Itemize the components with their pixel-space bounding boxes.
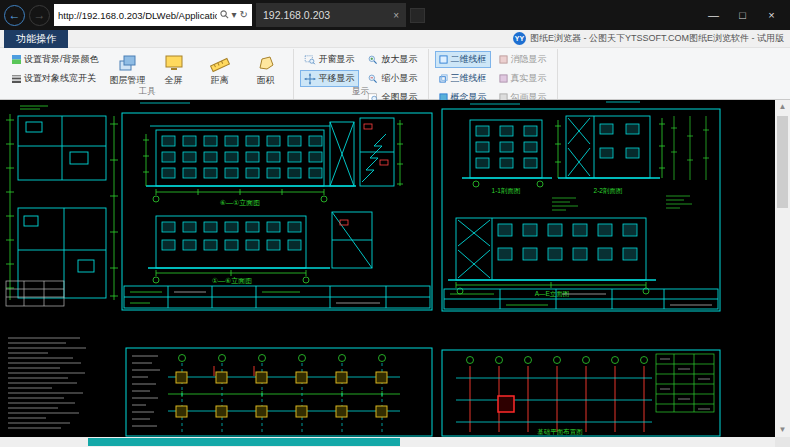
window-controls: — □ × (699, 4, 786, 26)
zoom-window-icon (304, 54, 316, 66)
tools-group-label: 工具 (2, 86, 293, 98)
sheet-elevations-2: 1-1剖面图 2-2剖面图 (442, 109, 720, 311)
app-brand: YY 图纸E浏览器 - 公图天下YTSSOFT.COM图纸E浏览软件 - 试用版 (513, 32, 784, 45)
ribbon: 设置背景/背景颜色 设置对象线宽开关 图层管理 全屏 (0, 48, 790, 100)
green-notes-mid (552, 198, 578, 210)
title-block-1 (124, 286, 430, 308)
cad-canvas[interactable]: ⑥—①立面图 (0, 100, 775, 437)
tab-title: 192.168.0.203 (263, 9, 330, 21)
address-bar[interactable]: http://192.168.0.203/DLWeb/Application/Y… (54, 4, 252, 26)
ribbon-group-render-modes: 二维线框 三维线框 概念显示 (429, 49, 558, 99)
tab-close-icon[interactable]: × (393, 10, 399, 21)
section-b-label: 2-2剖面图 (594, 187, 623, 195)
top-left-green-notes (20, 106, 48, 109)
ribbon-tab-function[interactable]: 功能操作 (4, 30, 68, 48)
realistic-icon (499, 74, 508, 83)
close-button[interactable]: × (757, 4, 786, 26)
display-group-label: 显示 (294, 86, 428, 98)
horizontal-scrollbar[interactable] (0, 437, 775, 447)
highlighted-column (498, 396, 514, 412)
scroll-up-arrow[interactable]: ▲ (775, 100, 790, 114)
elevation-1-label: ⑥—①立面图 (220, 199, 261, 207)
notes-text-block (8, 338, 86, 428)
foundation-plan-label: 基础平面布置图 (537, 428, 583, 435)
wireframe-3d-toggle[interactable]: 三维线框 (435, 70, 491, 87)
zoom-out-button[interactable]: 缩小显示 (363, 70, 422, 87)
realistic-toggle[interactable]: 真实显示 (495, 70, 551, 87)
vertical-scrollbar[interactable]: ▲ ▼ (775, 100, 790, 437)
area-icon (256, 53, 276, 73)
sheet-foundation-plan: 基础平面布置图 (442, 350, 720, 436)
pan-label: 平移显示 (319, 72, 355, 85)
zoom-window-label: 开窗显示 (319, 53, 355, 66)
search-icon[interactable] (220, 10, 229, 21)
left-small-table (6, 281, 64, 306)
realistic-label: 真实显示 (511, 72, 547, 85)
wireframe-2d-label: 二维线框 (451, 53, 487, 66)
stair-section-1 (360, 118, 403, 186)
wireframe-2d-icon (439, 55, 448, 64)
hidden-mode-icon (499, 55, 508, 64)
wireframe-2d-toggle[interactable]: 二维线框 (435, 51, 491, 68)
scrollbar-corner (775, 437, 790, 447)
scroll-down-arrow[interactable]: ▼ (775, 423, 790, 437)
section-a-label: 1-1剖面图 (492, 187, 521, 195)
horizontal-scrollbar-thumb[interactable] (88, 438, 400, 446)
fullscreen-icon (164, 53, 184, 73)
ruler-icon (210, 53, 230, 73)
sheet-elevations-1: ⑥—①立面图 (122, 113, 432, 310)
zoom-in-icon (367, 54, 379, 66)
top-edge-fragments (140, 102, 640, 104)
app-logo-icon: YY (513, 32, 526, 45)
command-bar: 功能操作 YY 图纸E浏览器 - 公图天下YTSSOFT.COM图纸E浏览软件 … (0, 30, 790, 48)
schedule-table (656, 354, 714, 412)
linewidth-icon (12, 74, 21, 83)
forward-button[interactable]: → (29, 5, 50, 26)
left-plan-fragment (18, 116, 106, 298)
set-linewidth-label: 设置对象线宽开关 (24, 72, 96, 85)
area-button[interactable]: 面积 (245, 51, 287, 89)
pan-icon (304, 73, 316, 85)
main-elevation-label: A—E立面图 (535, 290, 570, 297)
title-block-2 (444, 289, 718, 309)
set-linewidth-button[interactable]: 设置对象线宽开关 (8, 70, 103, 87)
set-background-label: 设置背景/背景颜色 (24, 53, 99, 66)
wireframe-3d-label: 三维线框 (451, 72, 487, 85)
fullscreen-button[interactable]: 全屏 (153, 51, 195, 89)
back-button[interactable]: ← (4, 5, 25, 26)
maximize-button[interactable]: □ (728, 4, 757, 26)
sheet-plan-columns (126, 348, 432, 436)
green-dimension-stack (666, 116, 709, 208)
ribbon-group-display: 开窗显示 平移显示 放大显示 (294, 49, 429, 99)
elevation-2-label: ①—⑥立面图 (212, 277, 253, 285)
zoom-out-label: 缩小显示 (382, 72, 418, 85)
browser-titlebar: ← → http://192.168.0.203/DLWeb/Applicati… (0, 0, 790, 30)
background-color-icon (12, 55, 21, 64)
hidden-mode-toggle[interactable]: 消隐显示 (495, 51, 551, 68)
app-info-text: 图纸E浏览器 - 公图天下YTSSOFT.COM图纸E浏览软件 - 试用版 (530, 32, 784, 45)
distance-button[interactable]: 距离 (199, 51, 241, 89)
pan-button[interactable]: 平移显示 (300, 70, 359, 87)
wireframe-3d-icon (439, 74, 448, 83)
zoom-window-button[interactable]: 开窗显示 (300, 51, 359, 68)
browser-window: ← → http://192.168.0.203/DLWeb/Applicati… (0, 0, 790, 447)
new-tab-button[interactable] (410, 8, 425, 23)
vertical-scrollbar-thumb[interactable] (777, 116, 788, 208)
set-background-button[interactable]: 设置背景/背景颜色 (8, 51, 103, 68)
minimize-button[interactable]: — (699, 4, 728, 26)
browser-tab[interactable]: 192.168.0.203 × (256, 3, 406, 27)
layer-manager-button[interactable]: 图层管理 (107, 51, 149, 89)
address-dropdown-icon[interactable]: ▾ (232, 10, 237, 20)
refresh-icon[interactable]: ↻ (240, 10, 248, 20)
zoom-in-label: 放大显示 (382, 53, 418, 66)
ribbon-group-tools: 设置背景/背景颜色 设置对象线宽开关 图层管理 全屏 (2, 49, 294, 99)
zoom-out-icon (367, 73, 379, 85)
layers-icon (118, 53, 138, 73)
hidden-mode-label: 消隐显示 (511, 53, 547, 66)
cad-viewport[interactable]: ⑥—①立面图 (0, 100, 790, 447)
zoom-in-button[interactable]: 放大显示 (363, 51, 422, 68)
url-text[interactable]: http://192.168.0.203/DLWeb/Application/Y… (58, 10, 217, 21)
